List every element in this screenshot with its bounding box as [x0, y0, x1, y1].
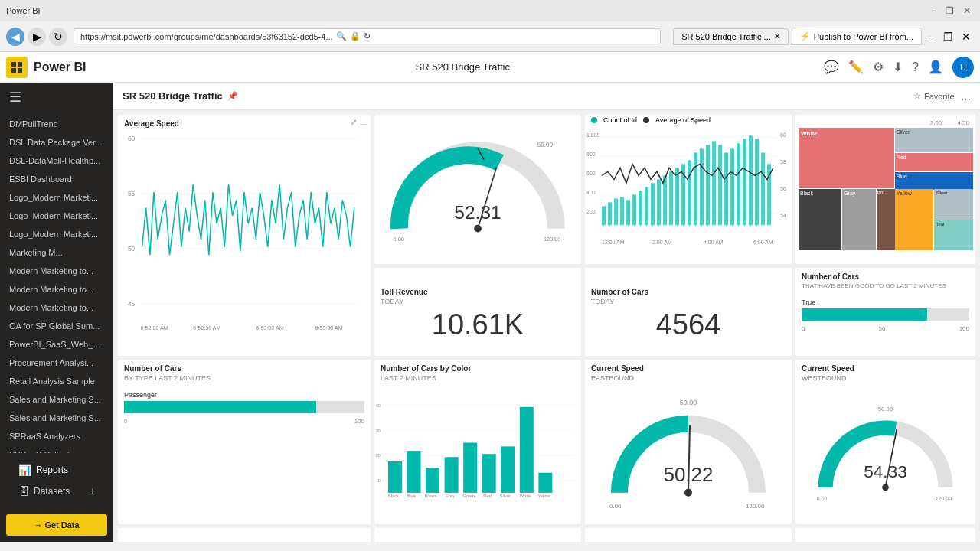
sidebar-item[interactable]: Sales and Marketing S...: [0, 409, 113, 427]
sidebar-item[interactable]: ESBI Dashboard: [0, 170, 113, 188]
refresh-button[interactable]: ↻: [49, 28, 67, 46]
sidebar-item[interactable]: SPRaaS Analyzers: [0, 427, 113, 445]
close-button[interactable]: ✕: [960, 5, 974, 16]
sidebar-reports[interactable]: 📊 Reports: [9, 459, 104, 481]
bar-axis-100: 100: [354, 418, 364, 425]
svg-text:0.00: 0.00: [394, 236, 404, 243]
svg-text:Silver: Silver: [500, 494, 511, 498]
svg-point-5: [474, 225, 482, 233]
restore-win-button[interactable]: ❐: [940, 29, 956, 44]
sidebar-header: ☰: [0, 83, 113, 112]
sidebar-item[interactable]: OA for SP Global Sum...: [0, 317, 113, 335]
treemap-cell-silver2: Silver: [934, 189, 973, 219]
avg-speed-chart: 60 55 50 45 6:52:00 AM 6:52:30 AM 6:53:0…: [118, 129, 371, 341]
sidebar-item[interactable]: Logo_Modern Marketi...: [0, 225, 113, 243]
sidebar-item[interactable]: Logo_Modern Marketi...: [0, 207, 113, 225]
bar-passenger-label: Passenger: [124, 391, 364, 399]
more-button[interactable]: ...: [961, 90, 971, 103]
favorite-button[interactable]: ☆ Favorite: [913, 91, 955, 101]
svg-text:6:52:30 AM: 6:52:30 AM: [193, 325, 220, 331]
svg-text:0.00: 0.00: [817, 496, 828, 501]
sidebar-item[interactable]: DMPullTrend: [0, 115, 113, 133]
sidebar-item[interactable]: DSL-DataMall-Healthp...: [0, 152, 113, 170]
lock-icon: 🔒: [350, 31, 361, 41]
main-layout: ☰ DMPullTrendDSL Data Package Ver...DSL-…: [0, 83, 980, 542]
svg-text:20: 20: [376, 453, 381, 458]
treemap-labels: 3.00 4.50: [799, 118, 972, 128]
sidebar-item[interactable]: Logo_Modern Marketi...: [0, 188, 113, 207]
powerbi-grid-icon[interactable]: [6, 57, 28, 78]
settings-icon[interactable]: ⚙: [873, 60, 884, 74]
browser-controls: ◀ ▶ ↻: [6, 28, 67, 46]
sidebar-menu-icon[interactable]: ☰: [6, 86, 24, 108]
toll-revenue-subtitle: TODAY: [374, 298, 581, 308]
user-avatar[interactable]: U: [952, 57, 974, 78]
tab-sr520[interactable]: SR 520 Bridge Traffic ... ✕: [673, 28, 789, 45]
svg-rect-80: [445, 457, 459, 493]
close-win-button[interactable]: ✕: [959, 29, 974, 44]
svg-rect-44: [718, 145, 722, 225]
sidebar-item[interactable]: Modern Marketing to...: [0, 280, 113, 298]
num-cars-2min-title: Number of Cars: [795, 268, 975, 282]
svg-text:12:00 AM: 12:00 AM: [602, 240, 625, 245]
sidebar-item[interactable]: Modern Marketing to...: [0, 262, 113, 280]
svg-rect-51: [761, 152, 765, 225]
account-icon[interactable]: 👤: [928, 60, 943, 74]
get-data-button[interactable]: → Get Data: [6, 514, 107, 536]
tile-treemap: 3.00 4.50 White Silver Red Blue Black: [795, 115, 975, 264]
num-cars-color-title: Number of Cars by Color: [374, 360, 581, 374]
svg-text:1,000: 1,000: [586, 132, 600, 138]
treemap-cell-brown: Bro: [877, 189, 896, 249]
dashboard-title-text: SR 520 Bridge Traffic: [122, 90, 223, 102]
restore-button[interactable]: ❐: [942, 5, 957, 16]
svg-text:6:53:30 AM: 6:53:30 AM: [315, 325, 342, 331]
bar-axis: 0 50 100: [802, 325, 969, 332]
tile-toll-revenue: Toll Revenue TODAY 10.61K: [374, 268, 581, 356]
num-cars-today-subtitle: TODAY: [585, 298, 792, 308]
browser-window-controls: − ❐ ✕: [922, 29, 974, 44]
svg-text:120.00: 120.00: [936, 496, 952, 501]
bar-passenger-fill: [124, 401, 316, 413]
minimize-button[interactable]: −: [928, 5, 939, 16]
sidebar-item[interactable]: Retail Analysis Sample: [0, 372, 113, 390]
edit-icon[interactable]: ✏️: [848, 60, 864, 74]
expand-icon[interactable]: ⤢: [351, 118, 357, 126]
add-dataset-icon[interactable]: +: [90, 486, 95, 497]
svg-rect-82: [482, 454, 496, 493]
window-title: Power BI: [6, 6, 41, 15]
help-icon[interactable]: ?: [912, 60, 919, 74]
svg-rect-39: [688, 160, 691, 225]
tab-sr520-close[interactable]: ✕: [774, 32, 780, 41]
sidebar-item[interactable]: Sales and Marketing S...: [0, 390, 113, 409]
download-icon[interactable]: ⬇: [893, 60, 903, 74]
minimize-win-button[interactable]: −: [922, 29, 937, 44]
sidebar-item[interactable]: Procurement Analysi...: [0, 354, 113, 372]
sidebar-item[interactable]: PowerBI_SaaS_Web_W...: [0, 335, 113, 354]
sidebar-item[interactable]: Modern Marketing to...: [0, 298, 113, 317]
svg-rect-84: [520, 407, 534, 493]
sidebar-item[interactable]: DSL Data Package Ver...: [0, 133, 113, 152]
svg-text:Brown: Brown: [424, 494, 436, 498]
comment-icon[interactable]: 💬: [824, 60, 839, 74]
back-button[interactable]: ◀: [6, 28, 24, 46]
more-icon[interactable]: …: [360, 118, 368, 126]
svg-text:55: 55: [128, 191, 136, 197]
tab-publish[interactable]: ⚡ Publish to Power BI from...: [792, 28, 922, 45]
legend-dot-speed: [643, 117, 649, 123]
svg-text:Green: Green: [462, 494, 475, 498]
svg-rect-83: [501, 446, 514, 493]
avg-speed-header: Average Speed ⤢ …: [118, 115, 371, 129]
favorite-label: Favorite: [924, 92, 955, 101]
toll-revenue-value: 10.61K: [432, 308, 524, 341]
chart-legend: Count of Id Average of Speed: [585, 115, 792, 126]
sidebar-datasets[interactable]: 🗄 Datasets +: [9, 481, 104, 502]
address-bar[interactable]: https://msit.powerbi.com/groups/me/dashb…: [74, 28, 661, 44]
svg-text:White: White: [520, 494, 531, 498]
bar-true-label: True: [802, 298, 969, 306]
sidebar-item[interactable]: SPRaaS Collectors: [0, 445, 113, 453]
sidebar-item[interactable]: Marketing M...: [0, 243, 113, 262]
svg-text:Black: Black: [388, 494, 399, 498]
num-cars-color-subtitle: LAST 2 MINUTES: [374, 374, 581, 385]
forward-button[interactable]: ▶: [28, 28, 46, 46]
svg-rect-26: [608, 202, 612, 225]
